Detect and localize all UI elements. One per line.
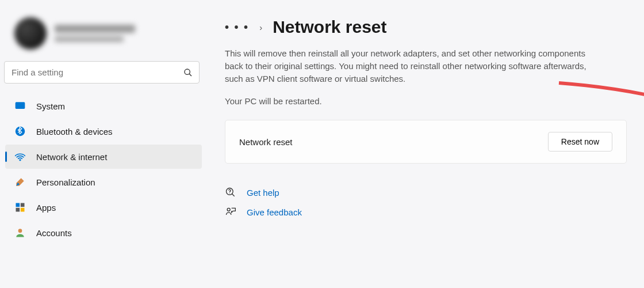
profile-email	[55, 36, 124, 42]
wifi-icon	[14, 151, 26, 162]
user-profile[interactable]	[3, 12, 204, 61]
search-icon	[183, 68, 193, 77]
page-title: Network reset	[273, 17, 386, 37]
feedback-icon	[225, 206, 236, 218]
sidebar-nav: System Bluetooth & devices Network & int…	[3, 94, 204, 245]
reset-now-button[interactable]: Reset now	[548, 132, 612, 151]
sidebar-item-label: System	[36, 101, 65, 111]
sidebar-item-network[interactable]: Network & internet	[5, 145, 202, 169]
svg-point-3	[16, 127, 25, 137]
reset-card: Network reset Reset now	[225, 120, 627, 164]
give-feedback-label: Give feedback	[247, 207, 302, 217]
person-icon	[14, 227, 26, 238]
get-help-link[interactable]: Get help	[225, 187, 627, 198]
breadcrumb: • • • › Network reset	[225, 17, 627, 37]
sidebar-item-label: Personalization	[36, 177, 95, 187]
breadcrumb-ellipsis[interactable]: • • •	[225, 21, 249, 34]
svg-rect-4	[16, 203, 20, 207]
sidebar-item-system[interactable]: System	[5, 94, 202, 118]
sidebar-item-label: Apps	[36, 203, 56, 213]
sidebar-item-apps[interactable]: Apps	[5, 195, 202, 219]
sidebar-item-label: Network & internet	[36, 152, 107, 162]
card-label: Network reset	[239, 137, 293, 147]
svg-rect-5	[21, 203, 25, 207]
bluetooth-icon	[14, 126, 26, 137]
svg-rect-6	[16, 208, 20, 212]
svg-point-12	[227, 209, 230, 211]
svg-point-10	[229, 194, 230, 194]
description-text: This will remove then reinstall all your…	[225, 47, 604, 85]
system-icon	[14, 100, 26, 112]
svg-point-8	[18, 229, 22, 233]
sidebar-item-personalization[interactable]: Personalization	[5, 170, 202, 194]
search-input[interactable]	[4, 61, 200, 84]
brush-icon	[14, 176, 26, 188]
sidebar-item-bluetooth[interactable]: Bluetooth & devices	[5, 119, 202, 143]
profile-name	[55, 25, 135, 33]
svg-rect-7	[21, 208, 25, 212]
restart-note: Your PC will be restarted.	[225, 96, 627, 106]
svg-point-0	[185, 69, 190, 74]
svg-rect-2	[16, 102, 25, 109]
apps-icon	[14, 202, 26, 213]
get-help-label: Get help	[247, 188, 279, 198]
give-feedback-link[interactable]: Give feedback	[225, 206, 627, 218]
chevron-right-icon: ›	[259, 22, 262, 32]
svg-line-11	[232, 194, 235, 196]
help-icon	[225, 187, 236, 198]
sidebar-item-accounts[interactable]: Accounts	[5, 221, 202, 245]
svg-line-1	[189, 74, 191, 76]
sidebar-item-label: Accounts	[36, 228, 72, 238]
sidebar-item-label: Bluetooth & devices	[36, 127, 113, 137]
avatar	[14, 17, 47, 50]
